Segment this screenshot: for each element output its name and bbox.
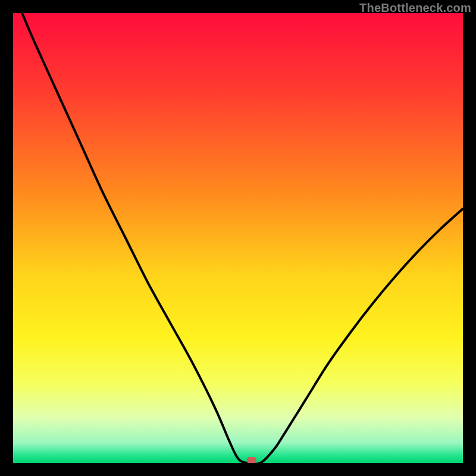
chart-frame: TheBottleneck.com	[0, 0, 476, 476]
plot-area	[13, 13, 463, 463]
optimum-marker	[247, 457, 256, 463]
gradient-background	[13, 13, 463, 463]
bottleneck-chart	[13, 13, 463, 463]
watermark-text: TheBottleneck.com	[359, 1, 471, 15]
